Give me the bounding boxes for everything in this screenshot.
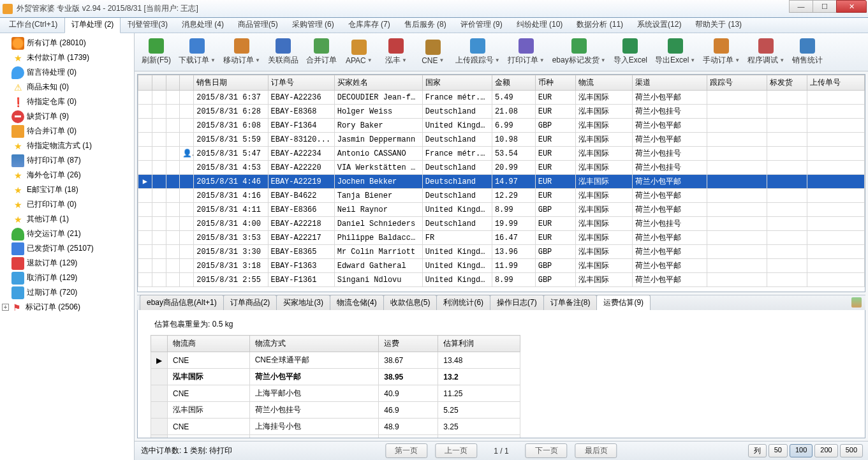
table-row[interactable]: ▶2015/8/31 4:46EBAY-A22219Jochen BekkerD… <box>138 175 865 189</box>
main-tab[interactable]: 数据分析 (11) <box>570 16 630 33</box>
table-row[interactable]: 2015/8/31 2:55EBAY-F1361Singani NdlovuUn… <box>138 273 865 287</box>
table-row[interactable]: CNE上海挂号小包48.93.25 <box>151 419 520 435</box>
detail-tab[interactable]: 操作日志(7) <box>490 295 544 310</box>
detail-tab[interactable]: 利润统计(6) <box>436 295 490 310</box>
sidebar-item[interactable]: ⚠商品未知 (0) <box>0 80 134 94</box>
sidebar-item[interactable]: ★已打印订单 (0) <box>0 197 134 212</box>
column-header[interactable]: 渠道 <box>633 75 707 91</box>
detail-tab[interactable]: 运费估算(9) <box>596 295 651 310</box>
column-header[interactable]: 上传单号 <box>807 75 865 91</box>
table-row[interactable]: CNE上海平邮小包40.911.25 <box>151 385 520 402</box>
main-tab[interactable]: 评价管理 (9) <box>453 16 510 33</box>
detail-tab[interactable]: 收款信息(5) <box>383 295 438 310</box>
column-header[interactable]: 金额 <box>492 75 535 91</box>
column-header[interactable]: 跟踪号 <box>707 75 767 91</box>
column-header[interactable]: 订单号 <box>268 75 334 91</box>
table-row[interactable]: 2015/8/31 4:53EBAY-A22220VIA Werkstätten… <box>138 161 865 175</box>
tree-expander-icon[interactable]: + <box>2 304 9 311</box>
column-header[interactable]: 物流 <box>575 75 633 91</box>
toolbar-button[interactable]: 手动订单▼ <box>700 35 743 70</box>
toolbar-button[interactable]: 关联商品 <box>265 35 302 70</box>
table-row[interactable]: 👤2015/8/31 5:47EBAY-A22234Antonio CASSAN… <box>138 147 865 161</box>
page-size-button[interactable]: 100 <box>790 444 813 457</box>
sidebar-item[interactable]: ★未付款订单 (1739) <box>0 50 134 65</box>
toolbar-button[interactable]: 销售统计 <box>789 35 826 70</box>
table-row[interactable]: CNECNE全球通挂号49.772.38 <box>151 435 520 439</box>
toolbar-button[interactable]: APAC▼ <box>341 35 377 70</box>
column-header[interactable]: 估算利润 <box>438 336 520 352</box>
table-row[interactable]: 2015/8/31 4:11EBAY-E8366Neil RaynorUnite… <box>138 203 865 217</box>
toolbar-button[interactable]: 导入Excel <box>610 35 651 70</box>
detail-tab[interactable]: 订单商品(2) <box>223 295 277 310</box>
table-row[interactable]: ▶CNECNE全球通平邮38.6713.48 <box>151 352 520 369</box>
main-tab[interactable]: 采购管理 (6) <box>285 16 341 33</box>
column-header[interactable]: 物流方式 <box>249 336 379 352</box>
column-header[interactable] <box>152 75 166 91</box>
order-table[interactable]: 销售日期订单号买家姓名国家金额币种物流渠道跟踪号标发货上传单号2015/8/31… <box>138 75 865 287</box>
sidebar-item[interactable]: 待交运订单 (21) <box>0 226 134 241</box>
page-size-button[interactable]: 200 <box>814 444 837 457</box>
column-header[interactable]: 销售日期 <box>194 75 268 91</box>
shipping-estimate-table[interactable]: 物流商物流方式运费估算利润▶CNECNE全球通平邮38.6713.48泓丰国际荷… <box>151 335 520 438</box>
table-row[interactable]: 2015/8/31 6:37EBAY-A22236DECOUDIER Jean-… <box>138 91 865 105</box>
table-row[interactable]: 2015/8/31 6:08EBAY-F1364Rory BakerUnited… <box>138 119 865 133</box>
page-prev-button[interactable]: 上一页 <box>435 443 477 458</box>
sidebar-item[interactable]: ★待指定物流方式 (1) <box>0 138 134 153</box>
main-tab[interactable]: 售后服务 (8) <box>397 16 453 33</box>
minimize-button[interactable]: — <box>789 0 813 13</box>
table-row[interactable]: 2015/8/31 6:28EBAY-E8368Holger WeissDeut… <box>138 105 865 119</box>
table-row[interactable]: 泓丰国际荷兰小包平邮38.9513.2 <box>151 369 520 385</box>
toolbar-button[interactable]: 导出Excel▼ <box>652 35 698 70</box>
sidebar-item[interactable]: 缺货订单 (9) <box>0 109 134 124</box>
column-header[interactable]: 币种 <box>535 75 575 91</box>
sidebar-item[interactable]: 取消订单 (129) <box>0 271 134 285</box>
page-size-button[interactable]: 列 <box>748 444 767 457</box>
column-header[interactable] <box>166 75 180 91</box>
page-size-button[interactable]: 50 <box>769 444 788 457</box>
column-header[interactable]: 物流商 <box>168 336 250 352</box>
column-header[interactable]: 买家姓名 <box>334 75 422 91</box>
book-icon[interactable] <box>851 297 862 308</box>
detail-tab[interactable]: 买家地址(3) <box>276 295 330 310</box>
toolbar-button[interactable]: 合并订单 <box>303 35 340 70</box>
sidebar-item[interactable]: 所有订单 (28010) <box>0 36 134 50</box>
table-row[interactable]: 2015/8/31 5:59EBAY-83120...Jasmin Depper… <box>138 133 865 147</box>
toolbar-button[interactable]: ebay标记发货▼ <box>549 35 609 70</box>
page-next-button[interactable]: 下一页 <box>526 443 568 458</box>
column-header[interactable] <box>138 75 152 91</box>
sidebar-item[interactable]: ★海外仓订单 (26) <box>0 168 134 182</box>
toolbar-button[interactable]: 下载订单▼ <box>175 35 219 70</box>
main-tab[interactable]: 刊登管理(3) <box>121 16 175 33</box>
sidebar-item[interactable]: 退款订单 (129) <box>0 256 134 271</box>
toolbar-button[interactable]: 上传跟踪号▼ <box>452 35 503 70</box>
detail-tab[interactable]: 物流仓储(4) <box>330 295 384 310</box>
sidebar-item[interactable]: 过期订单 (720) <box>0 285 134 300</box>
main-tab[interactable]: 商品管理(5) <box>231 16 285 33</box>
main-tab[interactable]: 工作台(Ctrl+1) <box>2 16 64 33</box>
toolbar-button[interactable]: 程序调试▼ <box>744 35 788 70</box>
main-tab[interactable]: 仓库库存 (7) <box>341 16 397 33</box>
sidebar-item[interactable]: +⚑标记订单 (2506) <box>0 300 134 315</box>
table-row[interactable]: 2015/8/31 3:18EBAY-F1363Edward GatheralU… <box>138 259 865 273</box>
column-header[interactable] <box>180 75 194 91</box>
table-row[interactable]: 2015/8/31 4:00EBAY-A22218Daniel Schniede… <box>138 217 865 231</box>
main-tab[interactable]: 系统设置(12) <box>630 16 688 33</box>
sidebar-item[interactable]: ❗待指定仓库 (0) <box>0 94 134 109</box>
sidebar-item[interactable]: 已发货订单 (25107) <box>0 241 134 256</box>
toolbar-button[interactable]: 移动订单▼ <box>220 35 263 70</box>
table-row[interactable]: 2015/8/31 4:16EBAY-B4622Tanja BienerDeut… <box>138 189 865 203</box>
toolbar-button[interactable]: CNE▼ <box>415 35 451 70</box>
page-size-button[interactable]: 500 <box>840 444 863 457</box>
detail-tab[interactable]: 订单备注(8) <box>543 295 598 310</box>
page-last-button[interactable]: 最后页 <box>575 443 617 458</box>
table-row[interactable]: 2015/8/31 3:53EBAY-A22217Philippe Baldac… <box>138 231 865 245</box>
sidebar-item[interactable]: ★E邮宝订单 (18) <box>0 182 134 197</box>
main-tab[interactable]: 消息处理 (4) <box>175 16 231 33</box>
column-header[interactable]: 运费 <box>379 336 438 352</box>
sidebar-item[interactable]: 留言待处理 (0) <box>0 65 134 80</box>
sidebar-item[interactable]: 待合并订单 (0) <box>0 124 134 138</box>
toolbar-button[interactable]: 泓丰▼ <box>378 35 414 70</box>
main-tab[interactable]: 订单处理 (2) <box>64 16 121 33</box>
column-header[interactable]: 国家 <box>422 75 492 91</box>
close-button[interactable]: ✕ <box>836 0 867 13</box>
